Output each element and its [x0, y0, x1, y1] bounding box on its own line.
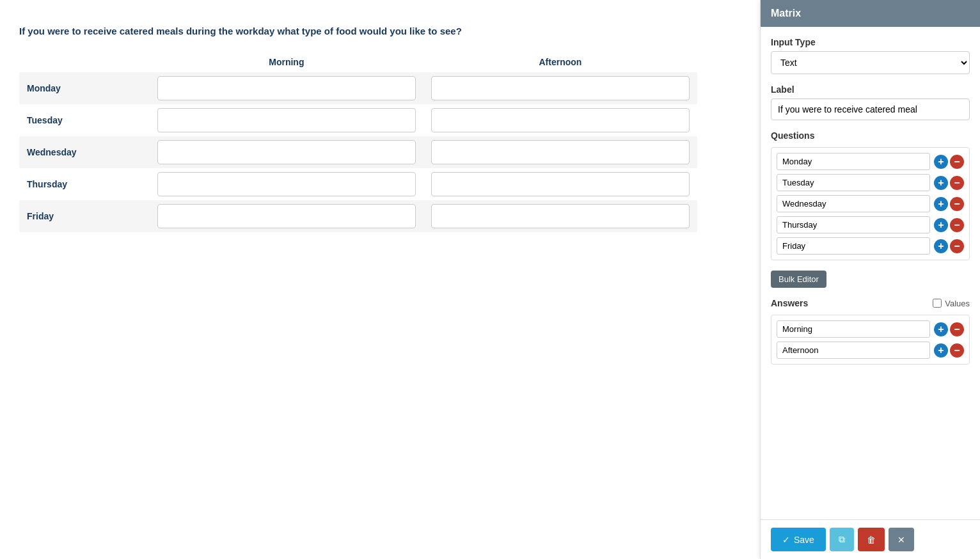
matrix-table: Morning Afternoon MondayTuesdayWednesday… [19, 52, 697, 232]
question-input[interactable] [777, 153, 930, 170]
question-list-item: +− [777, 237, 964, 255]
row-label: Friday [19, 200, 150, 232]
delete-button[interactable]: 🗑 [858, 528, 885, 551]
checkmark-icon: ✓ [782, 535, 790, 545]
question-title: If you were to receive catered meals dur… [19, 26, 741, 36]
matrix-cell-input[interactable] [157, 172, 416, 196]
matrix-cell-input[interactable] [157, 76, 416, 100]
question-input[interactable] [777, 237, 930, 255]
question-input[interactable] [777, 195, 930, 212]
question-add-button[interactable]: + [934, 176, 948, 190]
answers-label: Answers [771, 298, 808, 308]
question-add-button[interactable]: + [934, 239, 948, 253]
panel-footer: ✓ Save ⧉ 🗑 ✕ [761, 519, 980, 559]
matrix-cell-input[interactable] [431, 108, 690, 132]
question-list-item: +− [777, 195, 964, 212]
trash-icon: 🗑 [867, 535, 876, 545]
values-label: Values [945, 299, 970, 308]
label-group: Label [771, 84, 970, 120]
matrix-cell-input[interactable] [431, 172, 690, 196]
matrix-cell-input[interactable] [157, 108, 416, 132]
question-item-controls: +− [934, 218, 964, 232]
save-label: Save [794, 535, 814, 545]
question-item-controls: +− [934, 239, 964, 253]
main-content: If you were to receive catered meals dur… [0, 0, 760, 559]
matrix-cell [150, 168, 423, 200]
matrix-cell-input[interactable] [157, 204, 416, 228]
question-add-button[interactable]: + [934, 218, 948, 232]
row-label: Wednesday [19, 136, 150, 168]
right-panel: Matrix Input Type TextCheckboxRadioDropd… [760, 0, 980, 559]
questions-list: +−+−+−+−+− [771, 147, 970, 260]
question-list-item: +− [777, 216, 964, 233]
questions-label: Questions [771, 130, 970, 141]
answers-list: +−+− [771, 315, 970, 365]
question-remove-button[interactable]: − [950, 176, 964, 190]
matrix-row: Friday [19, 200, 697, 232]
matrix-cell [150, 200, 423, 232]
question-remove-button[interactable]: − [950, 197, 964, 211]
matrix-row: Monday [19, 72, 697, 104]
matrix-cell-input[interactable] [431, 76, 690, 100]
matrix-cell [423, 168, 697, 200]
save-button[interactable]: ✓ Save [771, 528, 826, 551]
question-input[interactable] [777, 216, 930, 233]
row-label: Thursday [19, 168, 150, 200]
label-input[interactable] [771, 98, 970, 120]
answer-add-button[interactable]: + [934, 322, 948, 336]
input-type-select[interactable]: TextCheckboxRadioDropdown [771, 51, 970, 74]
answer-remove-button[interactable]: − [950, 343, 964, 358]
matrix-cell-input[interactable] [157, 140, 416, 164]
matrix-cell-input[interactable] [431, 140, 690, 164]
question-add-button[interactable]: + [934, 155, 948, 169]
row-label: Tuesday [19, 104, 150, 136]
matrix-cell [423, 72, 697, 104]
answer-add-button[interactable]: + [934, 343, 948, 358]
question-add-button[interactable]: + [934, 197, 948, 211]
close-icon: ✕ [897, 535, 905, 545]
row-header-empty [19, 52, 150, 72]
input-type-group: Input Type TextCheckboxRadioDropdown [771, 37, 970, 74]
bulk-editor-button[interactable]: Bulk Editor [771, 271, 826, 288]
matrix-row: Thursday [19, 168, 697, 200]
answer-list-item: +− [777, 320, 964, 338]
question-input[interactable] [777, 174, 930, 191]
answer-input[interactable] [777, 342, 930, 359]
question-item-controls: +− [934, 155, 964, 169]
answer-item-controls: +− [934, 322, 964, 336]
questions-group: Questions +−+−+−+−+− [771, 130, 970, 260]
answer-list-item: +− [777, 342, 964, 359]
panel-body: Input Type TextCheckboxRadioDropdown Lab… [761, 27, 980, 519]
matrix-cell [150, 104, 423, 136]
matrix-cell [423, 136, 697, 168]
question-remove-button[interactable]: − [950, 155, 964, 169]
answer-item-controls: +− [934, 343, 964, 358]
input-type-label: Input Type [771, 37, 970, 47]
matrix-cell-input[interactable] [431, 204, 690, 228]
panel-header: Matrix [761, 0, 980, 27]
matrix-row: Wednesday [19, 136, 697, 168]
question-list-item: +− [777, 174, 964, 191]
answers-header: Answers Values [771, 298, 970, 308]
row-label: Monday [19, 72, 150, 104]
answers-group: Answers Values +−+− [771, 298, 970, 365]
values-checkbox[interactable] [933, 299, 942, 308]
matrix-cell [150, 136, 423, 168]
answer-input[interactable] [777, 320, 930, 338]
values-checkbox-group: Values [933, 299, 970, 308]
col-header-morning: Morning [150, 52, 423, 72]
question-remove-button[interactable]: − [950, 239, 964, 253]
close-button[interactable]: ✕ [889, 528, 914, 551]
copy-button[interactable]: ⧉ [830, 528, 854, 551]
matrix-cell [423, 200, 697, 232]
label-field-label: Label [771, 84, 970, 95]
matrix-row: Tuesday [19, 104, 697, 136]
col-header-afternoon: Afternoon [423, 52, 697, 72]
copy-icon: ⧉ [839, 534, 845, 544]
question-remove-button[interactable]: − [950, 218, 964, 232]
question-list-item: +− [777, 153, 964, 170]
matrix-cell [423, 104, 697, 136]
question-item-controls: +− [934, 197, 964, 211]
answer-remove-button[interactable]: − [950, 322, 964, 336]
question-item-controls: +− [934, 176, 964, 190]
